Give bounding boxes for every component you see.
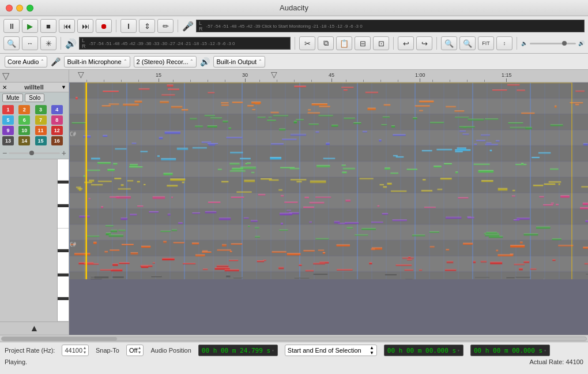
h-scrollbar[interactable] <box>0 335 588 342</box>
playing-status: Playing. <box>5 358 27 365</box>
ruler-scale: ▽ ▽ 1530451:001:15 <box>69 70 588 82</box>
channel-btn-11[interactable]: 11 <box>35 126 47 135</box>
sel-down-arrow[interactable]: ▼ <box>370 351 374 356</box>
copy-button[interactable]: ⧉ <box>318 36 334 50</box>
playhead-arrow[interactable]: ▽ <box>78 70 84 79</box>
solo-button[interactable]: Solo <box>25 94 44 102</box>
audio-host-value: Core Audio <box>7 58 39 65</box>
selection-end-box[interactable]: 00 h 00 m 00.000 s ▾ <box>470 345 550 356</box>
sel-type-arrows[interactable]: ▲ ▼ <box>370 346 374 356</box>
track-plus-btn[interactable]: + <box>62 149 66 157</box>
snap-spin-down[interactable]: ▾ <box>138 350 141 355</box>
playback-vol-max: 🔊 <box>578 40 585 46</box>
draw-tool[interactable]: ✏ <box>157 19 174 33</box>
silence-button[interactable]: ⊡ <box>373 36 389 50</box>
sel-start-dropdown-icon[interactable]: ▾ <box>457 348 460 353</box>
undo-button[interactable]: ↩ <box>398 36 414 50</box>
ruler-mark-1:00: 1:00 <box>415 72 425 82</box>
channel-btn-13[interactable]: 13 <box>2 136 14 145</box>
mute-button[interactable]: Mute <box>2 94 23 102</box>
audio-host-chevron: ⌃ <box>40 59 44 64</box>
stop-button[interactable]: ■ <box>40 19 56 33</box>
output-device-select[interactable]: Built-in Output ⌃ <box>213 56 265 68</box>
actual-rate-label: Actual Rate: 44100 <box>529 358 583 365</box>
channel-btn-10[interactable]: 10 <box>18 126 30 135</box>
audio-host-select[interactable]: Core Audio ⌃ <box>5 56 47 68</box>
audio-position-box[interactable]: 00 h 00 m 24.799 s ▾ <box>198 345 278 356</box>
sel-end-dropdown-icon[interactable]: ▾ <box>544 348 546 353</box>
play-button[interactable]: ▶ <box>22 19 38 33</box>
selection-type-select[interactable]: Start and End of Selection ▲ ▼ <box>285 345 377 356</box>
record-button[interactable]: ⏺ <box>96 19 112 33</box>
h-scroll-track[interactable] <box>1 336 587 341</box>
channels-select[interactable]: 2 (Stereo) Recor... ⌃ <box>134 56 197 68</box>
zoom-out-button[interactable]: 🔍 <box>459 36 476 50</box>
channel-btn-5[interactable]: 5 <box>2 115 14 125</box>
redo-button[interactable]: ↪ <box>416 36 432 50</box>
expand-track-button[interactable]: ▲ <box>28 323 42 334</box>
snap-to-spinner[interactable]: ▴ ▾ <box>138 346 141 355</box>
channel-btn-14[interactable]: 14 <box>18 136 30 145</box>
mute-solo-row: Mute Solo <box>0 92 69 103</box>
mic-icon[interactable]: 🎤 <box>182 21 194 32</box>
channel-btn-8[interactable]: 8 <box>51 115 63 125</box>
trim-button[interactable]: ⊟ <box>355 36 371 50</box>
speaker-icon[interactable]: 🔊 <box>65 38 77 49</box>
channel-btn-2[interactable]: 2 <box>18 105 30 114</box>
timeline-ruler[interactable]: ▽ ▽ ▽ 1530451:001:15 <box>0 70 588 83</box>
skip-fwd-button[interactable]: ⏭ <box>77 19 93 33</box>
pause-button[interactable]: ⏸ <box>3 19 20 33</box>
vu-input[interactable]: LR -57 -54 -51 -48 -45 -42 -39 Click to … <box>196 20 585 32</box>
time-shift-tool[interactable]: ↔ <box>22 36 38 50</box>
sel-up-arrow[interactable]: ▲ <box>370 346 374 350</box>
window-controls[interactable] <box>6 5 33 12</box>
sep-1 <box>116 20 116 32</box>
envelope-tool[interactable]: ⇕ <box>139 19 155 33</box>
fit-project-button[interactable]: FIT <box>478 36 494 50</box>
loop-start-arrow[interactable]: ▽ <box>271 70 277 79</box>
output-chevron: ⌃ <box>258 59 262 64</box>
title-bar: Audacity <box>0 0 588 16</box>
paste-button[interactable]: 📋 <box>336 36 352 50</box>
snap-to-select[interactable]: Off ▴ ▾ <box>126 345 144 356</box>
fit-vert-button[interactable]: ↕ <box>496 36 512 50</box>
close-button[interactable] <box>6 5 13 12</box>
audio-pos-dropdown-icon[interactable]: ▾ <box>272 348 274 353</box>
playback-volume-slider[interactable] <box>530 43 576 44</box>
project-rate-box[interactable]: 44100 ▴ ▾ <box>62 345 89 356</box>
app-title: Audacity <box>280 3 308 12</box>
spin-down[interactable]: ▾ <box>84 350 86 355</box>
channel-btn-9[interactable]: 9 <box>2 126 14 135</box>
ruler-minor-tick <box>277 80 277 82</box>
channel-btn-16[interactable]: 16 <box>51 136 63 145</box>
select-tool[interactable]: I <box>120 19 137 33</box>
channel-btn-12[interactable]: 12 <box>51 126 63 135</box>
channel-btn-1[interactable]: 1 <box>2 105 14 114</box>
channel-btn-4[interactable]: 4 <box>51 105 63 114</box>
zoom-normal[interactable]: 🔍 <box>3 36 20 50</box>
selection-start-box[interactable]: 00 h 00 m 00.000 s ▾ <box>384 345 463 356</box>
channel-btn-6[interactable]: 6 <box>18 115 30 125</box>
vu-output[interactable]: LR -57 -54 -51 -48 -45 -42 -39 -36 -33 -… <box>79 37 291 50</box>
track-dropdown-btn[interactable]: ▼ <box>61 84 66 90</box>
h-scroll-thumb[interactable] <box>2 337 117 341</box>
skip-back-button[interactable]: ⏮ <box>59 19 75 33</box>
ruler-minor-tick <box>484 80 485 82</box>
multi-tool[interactable]: ✳ <box>40 36 56 50</box>
volume-slider[interactable] <box>9 152 60 154</box>
vu-lr-label2: LR <box>82 38 86 49</box>
channel-btn-15[interactable]: 15 <box>35 136 47 145</box>
track-minus-btn[interactable]: − <box>2 149 7 157</box>
channel-btn-7[interactable]: 7 <box>35 115 47 125</box>
track-view[interactable] <box>69 83 588 335</box>
maximize-button[interactable] <box>27 5 33 12</box>
project-rate-spinner[interactable]: ▴ ▾ <box>84 346 86 355</box>
channel-btn-3[interactable]: 3 <box>35 105 47 114</box>
input-device-select[interactable]: Built-in Microphone ⌃ <box>64 56 130 68</box>
track-name-row: ✕ willtell ▼ <box>0 83 69 92</box>
zoom-in-button[interactable]: 🔍 <box>441 36 457 50</box>
minimize-button[interactable] <box>16 5 23 12</box>
ruler-minor-tick <box>173 80 174 82</box>
track-close-btn[interactable]: ✕ <box>2 84 7 91</box>
cut-button[interactable]: ✂ <box>299 36 315 50</box>
